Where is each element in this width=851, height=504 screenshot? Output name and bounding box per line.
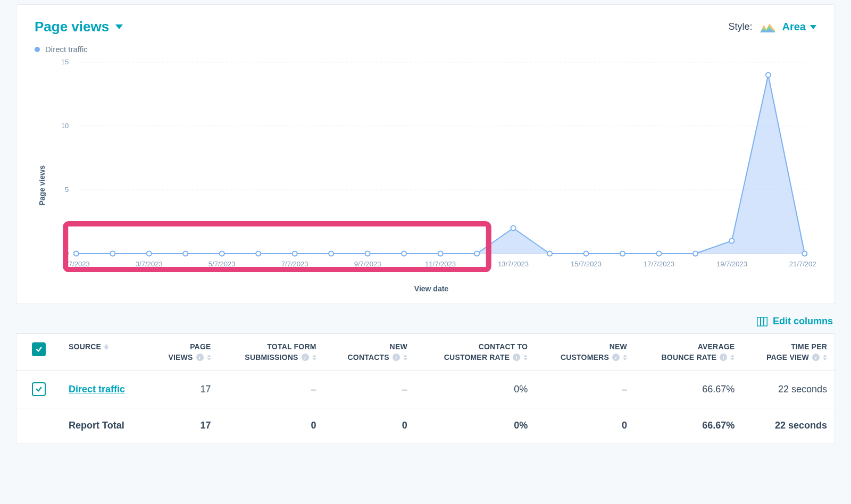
total-average-bounce-rate: 66.67% — [635, 408, 742, 443]
area-chart[interactable]: 0510151/7/20233/7/20235/7/20237/7/20239/… — [46, 57, 816, 280]
style-value: Area — [782, 21, 806, 33]
svg-point-26 — [293, 251, 297, 256]
total-time-per-page-view: 22 seconds — [742, 408, 835, 443]
chart-area: Page views 0510151/7/20233/7/20235/7/202… — [35, 57, 816, 293]
cell-new-contacts: – — [324, 371, 415, 408]
svg-point-36 — [656, 251, 661, 256]
svg-text:9/7/2023: 9/7/2023 — [354, 260, 381, 268]
svg-rect-42 — [757, 317, 767, 326]
svg-text:15: 15 — [61, 58, 69, 66]
svg-point-25 — [256, 251, 261, 256]
svg-point-32 — [511, 226, 516, 231]
svg-point-21 — [110, 251, 115, 256]
total-contact-to-customer-rate: 0% — [415, 408, 535, 443]
svg-text:10: 10 — [61, 122, 69, 130]
x-axis-label: View date — [46, 284, 816, 293]
svg-point-28 — [365, 251, 370, 256]
column-header-total-form-submissions[interactable]: TOTAL FORMSUBMISSIONS i — [219, 334, 324, 371]
svg-point-35 — [620, 251, 625, 256]
svg-point-39 — [766, 73, 771, 78]
table-total-row: Report Total 17 0 0 0% 0 66.67% 22 secon… — [16, 408, 835, 443]
table-header-row: SOURCE PAGEVIEWS i TOTAL FORMSUBMISSIONS… — [16, 334, 835, 371]
chart-card: Page views Style: Area — [16, 4, 835, 304]
style-selector[interactable]: Area — [782, 21, 816, 33]
edit-columns-button[interactable]: Edit columns — [757, 316, 833, 327]
metric-title: Page views — [35, 19, 109, 35]
edit-columns-label: Edit columns — [773, 316, 833, 327]
cell-new-customers: – — [535, 371, 635, 408]
svg-point-23 — [183, 251, 188, 256]
legend-label: Direct traffic — [45, 45, 88, 54]
column-header-page-views[interactable]: PAGEVIEWS i — [148, 334, 219, 371]
column-header-time-per-page-view[interactable]: TIME PERPAGE VIEW i — [742, 334, 835, 371]
select-all-checkbox[interactable] — [32, 342, 46, 356]
chevron-down-icon — [115, 24, 123, 29]
select-all-header — [16, 334, 62, 371]
source-link[interactable]: Direct traffic — [69, 384, 125, 395]
svg-text:5: 5 — [65, 186, 69, 194]
svg-text:11/7/2023: 11/7/2023 — [425, 260, 456, 268]
cell-page-views: 17 — [148, 371, 219, 408]
cell-contact-to-customer-rate: 0% — [415, 371, 535, 408]
svg-text:19/7/2023: 19/7/2023 — [716, 260, 747, 268]
column-header-source[interactable]: SOURCE — [61, 334, 148, 371]
total-new-customers: 0 — [535, 408, 635, 443]
column-header-average-bounce-rate[interactable]: AVERAGEBOUNCE RATE i — [635, 334, 742, 371]
svg-text:15/7/2023: 15/7/2023 — [571, 260, 602, 268]
chart-header: Page views Style: Area — [35, 19, 816, 35]
cell-total-form-submissions: – — [219, 371, 324, 408]
svg-text:3/7/2023: 3/7/2023 — [136, 260, 163, 268]
metric-selector[interactable]: Page views — [35, 19, 123, 35]
svg-point-30 — [438, 251, 443, 256]
svg-point-33 — [547, 251, 552, 256]
svg-text:21/7/2023: 21/7/2023 — [789, 260, 816, 268]
svg-point-38 — [729, 239, 734, 243]
area-chart-icon — [760, 22, 775, 32]
chart-legend: Direct traffic — [35, 45, 816, 54]
total-page-views: 17 — [148, 408, 219, 443]
column-header-new-customers[interactable]: NEWCUSTOMERS i — [535, 334, 635, 371]
svg-point-37 — [693, 251, 698, 256]
columns-icon — [757, 317, 767, 326]
y-axis-label: Page views — [35, 144, 46, 206]
svg-text:7/7/2023: 7/7/2023 — [281, 260, 308, 268]
sources-table: SOURCE PAGEVIEWS i TOTAL FORMSUBMISSIONS… — [16, 333, 835, 443]
svg-point-31 — [474, 251, 479, 256]
svg-point-22 — [147, 251, 152, 256]
svg-point-27 — [329, 251, 333, 256]
total-new-contacts: 0 — [324, 408, 415, 443]
svg-text:5/7/2023: 5/7/2023 — [208, 260, 236, 268]
cell-average-bounce-rate: 66.67% — [635, 371, 742, 408]
svg-text:13/7/2023: 13/7/2023 — [498, 260, 529, 268]
svg-point-20 — [74, 251, 79, 256]
cell-time-per-page-view: 22 seconds — [742, 371, 835, 408]
total-total-form-submissions: 0 — [219, 408, 324, 443]
svg-point-24 — [220, 251, 224, 256]
svg-point-34 — [583, 251, 588, 256]
svg-point-40 — [802, 251, 807, 256]
svg-point-29 — [402, 251, 406, 256]
svg-text:17/7/2023: 17/7/2023 — [644, 260, 674, 268]
legend-marker — [35, 47, 40, 52]
column-header-new-contacts[interactable]: NEWCONTACTS i — [324, 334, 415, 371]
style-switcher: Style: Area — [728, 21, 816, 33]
style-label: Style: — [728, 21, 752, 32]
chevron-down-icon — [810, 25, 816, 29]
table-row: Direct traffic 17 – – 0% – 66.67% 22 sec… — [16, 371, 835, 408]
total-label: Report Total — [69, 420, 124, 431]
row-checkbox[interactable] — [32, 382, 46, 396]
column-header-contact-to-customer-rate[interactable]: CONTACT TOCUSTOMER RATE i — [415, 334, 535, 371]
